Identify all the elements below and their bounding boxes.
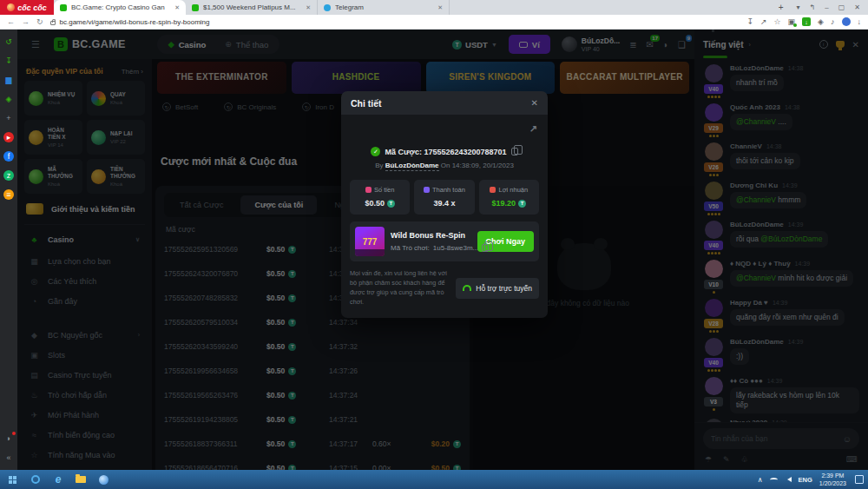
modal-title: Chi tiết [351, 98, 382, 109]
tab-close-icon[interactable]: ✕ [174, 4, 180, 11]
url-bar[interactable]: bc.game/vi/game/wild-bonus-re-spin-by-bo… [50, 18, 740, 26]
lock-icon [50, 21, 56, 25]
bell-icon[interactable]: ◗ [3, 433, 14, 444]
bookmark-star-icon[interactable]: ☆ [773, 17, 780, 26]
game-title: Wild Bonus Re-Spin [391, 231, 471, 240]
browser-chrome: cốc cốc BC.Game: Crypto Casino Gan✕$1,50… [0, 0, 868, 30]
page-viewport: ↺↧▆◈+▸fz≡◗« ☰ B BC.GAME ◆ Casino ⊕ Thể t… [0, 30, 868, 470]
stat-icon [490, 187, 496, 193]
maximize-button[interactable]: ▢ [838, 3, 845, 11]
promo-icon[interactable]: ◈ [3, 94, 14, 104]
bet-details-modal: Chi tiết ✕ ↗ ✓ Mã Cược: 1755526243200788… [341, 91, 548, 318]
file-explorer-icon[interactable] [69, 470, 92, 489]
tether-icon: T [518, 200, 526, 208]
browser-toolbar: ←→↻ bc.game/vi/game/wild-bonus-re-spin-b… [0, 15, 868, 30]
reload-icon[interactable]: ↻ [36, 17, 43, 26]
brand-text: cốc cốc [17, 3, 47, 12]
share-icon[interactable]: ↗ [529, 123, 537, 135]
zalo-icon[interactable]: z [3, 170, 14, 181]
close-button[interactable]: ✕ [854, 3, 860, 11]
volume-icon[interactable] [785, 477, 792, 482]
facebook-icon[interactable]: f [3, 151, 14, 162]
tab-search-icon[interactable]: ▾ [797, 3, 800, 11]
game-code: 1u5-8swe3m... [433, 244, 478, 252]
minimize-button[interactable]: – [825, 3, 828, 11]
badge-dot [793, 23, 797, 27]
bet-datetime: 14:38:09, 20/1/2023 [452, 162, 514, 169]
stat-label: Thanh toán [424, 186, 465, 194]
adblock-icon[interactable]: ▣ [788, 17, 796, 26]
search-app-icon[interactable] [24, 470, 47, 489]
notification-dot [12, 432, 16, 435]
stat-label: Lợi nhuận [490, 186, 528, 194]
download-icon[interactable]: ↧ [3, 56, 14, 66]
youtube-icon[interactable]: ▸ [3, 132, 14, 142]
share-icon[interactable]: ↗ [760, 17, 767, 26]
back-icon[interactable]: ← [7, 17, 15, 26]
profile-icon[interactable] [842, 17, 851, 26]
browser-tab[interactable]: $1,500 Weekend Platipus M...✕ [186, 0, 318, 15]
coccoc-download-icon[interactable]: ↓ [802, 17, 811, 26]
coccoc-logo-icon [7, 3, 15, 11]
coccoc-app-icon[interactable] [92, 470, 115, 489]
coccoc-side-rail: ↺↧▆◈+▸fz≡◗« [0, 30, 17, 470]
stats-icon[interactable]: ▆ [3, 75, 14, 85]
clock[interactable]: 2:39 PM 1/20/2023 [819, 472, 846, 488]
support-note: Mọi vấn đề, xin vui lòng liên hệ với bộ … [350, 269, 449, 307]
language-indicator[interactable]: ENG [799, 476, 812, 484]
coccoc-brand[interactable]: cốc cốc [0, 0, 54, 15]
player-name[interactable]: BúLozDònDame [385, 162, 439, 171]
browser-tab[interactable]: BC.Game: Crypto Casino Gan✕ [54, 0, 186, 15]
stat-value: $19.20T [492, 199, 527, 208]
tab-close-icon[interactable]: ✕ [437, 4, 443, 11]
promo-favicon-icon [192, 4, 199, 11]
live-support-button[interactable]: Hỗ trợ trực tuyến [456, 278, 539, 299]
new-tab-button[interactable]: + [773, 0, 789, 15]
save-page-icon[interactable]: ↧ [746, 17, 753, 26]
stat-icon [424, 187, 430, 193]
history-icon[interactable]: ↺ [3, 36, 14, 47]
stat-cell: Thanh toán39.4 x [414, 180, 474, 215]
start-button[interactable] [0, 470, 24, 489]
stat-value: 39.4 x [433, 199, 455, 208]
copy-icon[interactable] [511, 148, 518, 155]
tray-chevron-icon[interactable]: ∧ [758, 476, 763, 484]
recent-tabs-icon[interactable]: ↰ [810, 3, 816, 11]
tab-title: $1,500 Weekend Platipus M... [203, 3, 301, 11]
tab-title: Telegram [335, 3, 433, 11]
forward-icon[interactable]: → [22, 17, 30, 26]
downloads-tray-icon[interactable]: ↓ [858, 17, 862, 26]
game-thumbnail[interactable]: 777 [355, 227, 385, 256]
game-row: 777 Wild Bonus Re-Spin Mã Trò chơi: 1u5-… [350, 221, 539, 261]
notification-center-icon[interactable] [855, 475, 864, 484]
media-icon[interactable]: ♪ [831, 17, 835, 26]
stat-label: Số tiền [365, 186, 394, 194]
edge-icon[interactable]: e [47, 470, 69, 489]
extensions-icon[interactable]: ◈ [818, 17, 824, 26]
stat-value: $0.50T [365, 199, 395, 208]
stat-cell: Số tiền$0.50T [350, 180, 410, 215]
taskbar-time: 2:39 PM [819, 472, 846, 479]
collapse-icon[interactable]: « [3, 453, 14, 463]
add-icon[interactable]: + [3, 113, 14, 123]
stat-icon [365, 187, 372, 193]
tether-icon: T [387, 200, 395, 208]
browser-tab[interactable]: Telegram✕ [318, 0, 450, 15]
check-icon: ✓ [371, 147, 380, 156]
network-icon[interactable] [770, 478, 778, 482]
telegram-favicon-icon [324, 4, 331, 11]
tab-title: BC.Game: Crypto Casino Gan [71, 3, 170, 11]
bc-game-favicon-icon [60, 4, 67, 11]
windows-taskbar: e ∧ ENG 2:39 PM 1/20/2023 [0, 470, 868, 489]
tab-strip: cốc cốc BC.Game: Crypto Casino Gan✕$1,50… [0, 0, 868, 15]
cart-icon[interactable]: ≡ [3, 189, 14, 200]
bet-meta: By BúLozDònDame On 14:38:09, 20/1/2023 [350, 162, 539, 169]
copy-icon[interactable] [482, 244, 489, 252]
url-text: bc.game/vi/game/wild-bonus-re-spin-by-bo… [60, 18, 210, 26]
modal-close-icon[interactable]: ✕ [531, 98, 538, 108]
headset-icon [463, 285, 471, 291]
bet-id: Mã Cược: 1755526243200788701 [385, 148, 506, 156]
game-code-label: Mã Trò chơi: [391, 244, 430, 252]
taskbar-date: 1/20/2023 [819, 479, 846, 487]
tab-close-icon[interactable]: ✕ [306, 4, 311, 11]
